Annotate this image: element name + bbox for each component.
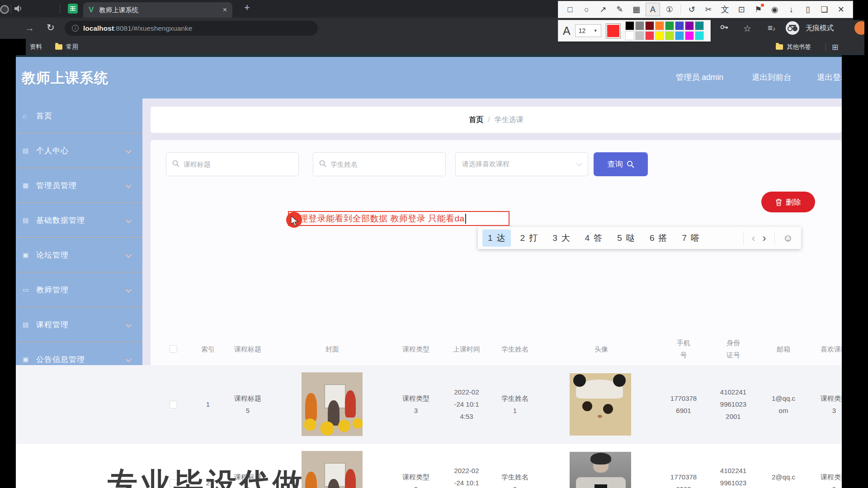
forward-icon[interactable]: →	[25, 23, 34, 33]
tab-close-icon[interactable]: ×	[223, 6, 227, 14]
close-tool[interactable]: ✕	[834, 3, 848, 16]
arrow-tool[interactable]: ↗	[596, 3, 610, 16]
palette-color[interactable]	[635, 21, 644, 30]
bookmark-star-icon[interactable]: ☆	[743, 23, 751, 34]
record-tool[interactable]: ◉	[768, 3, 782, 16]
ime-emoji-icon[interactable]: ☺	[779, 232, 797, 244]
palette-color[interactable]	[665, 31, 674, 40]
reload-icon[interactable]: ↻	[47, 22, 55, 33]
palette-color[interactable]	[675, 31, 684, 40]
sidebar-item-teacher[interactable]: ▭ 教师管理	[0, 272, 142, 307]
password-key-icon[interactable]	[720, 23, 729, 33]
course-title-input[interactable]	[166, 152, 299, 176]
menu-item-icon: ▭	[23, 286, 28, 293]
palette-color[interactable]	[655, 21, 664, 30]
undo-tool[interactable]: ↺	[685, 3, 699, 16]
sidebar-item-home[interactable]: ⌂ 首页	[0, 99, 142, 133]
main-content: 首页 / 学生选课 请选择喜欢课程 查询 删除	[142, 99, 842, 488]
ime-candidate[interactable]: 6搭	[644, 230, 673, 247]
ime-next-icon[interactable]: ›	[759, 232, 770, 244]
bookmark-item[interactable]: 常用	[55, 43, 78, 51]
chevron-down-icon	[126, 217, 132, 223]
text-tool[interactable]: A	[646, 3, 660, 16]
folder-icon	[55, 44, 62, 50]
menu-item-label: 学生选课管理	[24, 422, 75, 432]
mosaic-tool[interactable]: ▦	[629, 3, 644, 16]
url-host: localhost	[83, 24, 114, 33]
address-bar[interactable]: i localhost:8081/#/xueshengxuanke	[65, 21, 318, 36]
menu-item-label: 课程管理	[36, 319, 69, 330]
ime-candidate[interactable]: 2打	[515, 230, 543, 247]
query-button[interactable]: 查询	[594, 152, 648, 176]
palette-color[interactable]	[655, 31, 664, 40]
sidebar-item-admin[interactable]: ▦ 管理员管理	[0, 168, 142, 203]
rect-tool[interactable]: □	[563, 3, 577, 16]
sidebar-item-forum[interactable]: ▣ 论坛管理	[0, 238, 142, 272]
apps-grid-icon[interactable]: ⊞	[832, 42, 838, 52]
exit-to-front-link[interactable]: 退出到前台	[752, 72, 792, 83]
ime-candidate[interactable]: 7嗒	[676, 230, 705, 247]
font-size-select[interactable]: 12▼	[575, 24, 601, 37]
sidebar-item-profile[interactable]: ▤ 个人中心	[0, 133, 142, 168]
ocr-tool[interactable]: ⊡	[734, 3, 749, 16]
cut-tool[interactable]: ✂	[701, 3, 716, 16]
translate-tool[interactable]: 文	[718, 3, 732, 16]
pen-tool[interactable]: ✎	[613, 3, 627, 16]
delete-button[interactable]: 删除	[761, 192, 815, 212]
palette-color[interactable]	[685, 21, 694, 30]
ime-candidate[interactable]: 5哒	[612, 230, 640, 247]
browser-tab[interactable]: V 教师上课系统 ×	[83, 2, 232, 18]
number-tool[interactable]: ①	[662, 3, 677, 16]
bookmark-tool[interactable]: ❏	[817, 3, 832, 16]
menu-item-label: 论坛管理	[36, 250, 69, 260]
menu-item-label: 学生管理	[36, 455, 69, 465]
palette-color[interactable]	[685, 31, 694, 40]
save-tool[interactable]: ↓	[784, 3, 798, 16]
chevron-down-icon	[576, 160, 582, 166]
chevron-down-icon	[126, 148, 132, 154]
sidebar-item-notice[interactable]: ▣ 公告信息管理	[0, 342, 142, 377]
palette-color[interactable]	[665, 21, 674, 30]
mouse-cursor	[291, 216, 301, 229]
sep[interactable]	[679, 3, 683, 16]
breadcrumb-separator: /	[488, 116, 490, 124]
other-bookmarks[interactable]: 其他书签	[776, 43, 811, 51]
bookmark-item[interactable]: 资料	[30, 43, 42, 51]
ime-candidate[interactable]: 3大	[547, 230, 576, 247]
reading-list-icon[interactable]: ≡♪	[768, 23, 776, 33]
new-tab-button[interactable]: +	[244, 2, 250, 14]
watermark-text: 专业毕设代做	[108, 464, 306, 488]
pin-tool[interactable]: ⚑	[751, 3, 765, 16]
sheets-tab-icon[interactable]	[68, 4, 78, 14]
sidebar-item-basedata[interactable]: ▤ 基础数据管理	[0, 203, 142, 238]
sidebar-subitem-course-select[interactable]: 学生选课管理	[0, 412, 142, 443]
ime-prev-icon[interactable]: ‹	[748, 232, 759, 244]
device-tool[interactable]: ▯	[801, 3, 815, 16]
color-palette	[625, 21, 704, 40]
student-name-input[interactable]	[313, 152, 446, 176]
menu-item-label: 管理员管理	[36, 180, 77, 191]
chevron-down-icon	[126, 287, 132, 293]
site-info-icon[interactable]: i	[72, 25, 79, 32]
menu-item-icon: ▤	[23, 390, 28, 398]
palette-color[interactable]	[675, 21, 684, 30]
palette-color[interactable]	[695, 21, 704, 30]
palette-color[interactable]	[635, 31, 644, 40]
speaker-icon[interactable]	[14, 4, 23, 15]
active-color-swatch[interactable]	[606, 23, 621, 38]
palette-color[interactable]	[695, 31, 704, 40]
sidebar-item-course[interactable]: ▤ 课程管理	[0, 307, 142, 342]
pinned-tab-icon[interactable]	[0, 5, 9, 14]
palette-color[interactable]	[645, 31, 654, 40]
palette-color[interactable]	[645, 21, 654, 30]
ime-candidate[interactable]: 4答	[580, 230, 608, 247]
sidebar-item-course-select[interactable]: ▤ 学生选课管理	[0, 377, 142, 412]
palette-color[interactable]	[625, 31, 634, 40]
favorite-course-select[interactable]: 请选择喜欢课程	[455, 152, 588, 176]
ime-candidate[interactable]: 1达	[482, 230, 511, 247]
tab-separator	[60, 5, 60, 14]
palette-color[interactable]	[625, 21, 634, 30]
ellipse-tool[interactable]: ○	[580, 3, 594, 16]
annotation-text-box[interactable]: 管理登录能看到全部数据 教师登录 只能看da	[288, 211, 509, 226]
breadcrumb-home[interactable]: 首页	[469, 115, 483, 125]
